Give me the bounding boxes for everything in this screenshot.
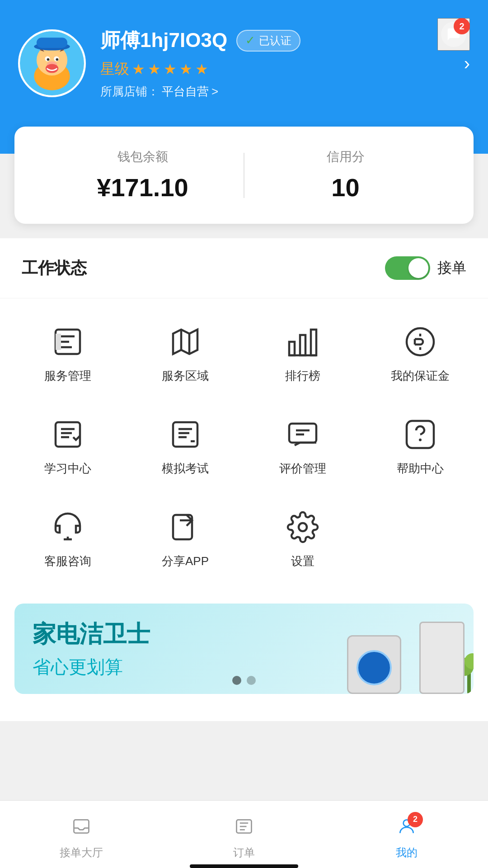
verified-check-icon: ✓ <box>245 33 255 47</box>
help-icon <box>402 416 438 453</box>
menu-label-mock-exam: 模拟考试 <box>162 461 209 476</box>
map-icon <box>167 324 203 360</box>
menu-label-share-app: 分享APP <box>162 553 209 569</box>
book-icon <box>50 324 86 360</box>
nav-label-orders: 订单 <box>233 845 255 860</box>
profile-name: 师傅1hj7IO3Q <box>100 27 227 54</box>
person-icon: 2 <box>397 816 417 841</box>
wallet-card: 钱包余额 ¥171.10 信用分 10 <box>14 127 474 224</box>
menu-item-share-app[interactable]: 分享APP <box>127 493 244 585</box>
avatar <box>18 29 86 97</box>
menu-item-customer-service[interactable]: 客服咨询 <box>9 493 127 585</box>
star-1: ★ <box>132 61 145 78</box>
chart-icon <box>285 324 321 360</box>
bottom-nav: 接单大厅 订单 2 我的 <box>0 800 488 868</box>
store-name[interactable]: 平台自营 <box>162 84 209 99</box>
work-status-toggle[interactable] <box>385 256 430 280</box>
star-4: ★ <box>179 61 192 78</box>
banner-dot-2 <box>247 676 256 685</box>
profile-row: 师傅1hj7IO3Q ✓ 已认证 星级 ★ ★ ★ ★ ★ 所属店铺： 平台自营… <box>18 27 470 99</box>
star-5: ★ <box>195 61 208 78</box>
wallet-balance-label: 钱包余额 <box>42 148 244 165</box>
work-status-label: 工作状态 <box>22 257 385 279</box>
wallet-credit-label: 信用分 <box>244 148 446 165</box>
banner-subtitle: 省心更划算 <box>33 655 150 679</box>
fridge-icon <box>419 622 465 694</box>
toggle-text: 接单 <box>437 258 466 278</box>
svg-rect-20 <box>289 424 316 443</box>
nav-item-mine[interactable]: 2 我的 <box>325 809 488 860</box>
menu-label-learning: 学习中心 <box>44 461 91 476</box>
nav-item-orders-hall[interactable]: 接单大厅 <box>0 809 163 860</box>
menu-label-ranking: 排行榜 <box>285 368 320 384</box>
star-3: ★ <box>164 61 177 78</box>
toggle-wrap: 接单 <box>385 256 466 280</box>
wallet-credit-value: 10 <box>244 173 446 202</box>
svg-rect-12 <box>289 342 295 355</box>
menu-item-help[interactable]: 帮助中心 <box>361 400 479 493</box>
menu-label-deposit: 我的保证金 <box>391 368 450 384</box>
washing-machine-icon <box>347 635 401 694</box>
wallet-balance-value: ¥171.10 <box>42 173 244 202</box>
money-icon <box>402 324 438 360</box>
banner-text-area: 家电洁卫士 省心更划算 <box>14 605 168 693</box>
toggle-knob <box>408 258 428 278</box>
wallet-credit-section[interactable]: 信用分 10 <box>244 148 446 202</box>
store-row: 所属店铺： 平台自营 > <box>100 84 450 99</box>
store-arrow-icon: > <box>211 85 218 99</box>
comment-icon <box>285 416 321 453</box>
svg-rect-14 <box>311 330 316 355</box>
home-indicator <box>190 864 298 868</box>
avatar-image <box>20 29 84 97</box>
menu-label-customer-service: 客服咨询 <box>44 553 91 569</box>
menu-item-review-mgmt[interactable]: 评价管理 <box>244 400 361 493</box>
menu-item-service-area[interactable]: 服务区域 <box>127 307 244 400</box>
menu-label-help: 帮助中心 <box>397 461 444 476</box>
inbox-icon <box>71 816 91 841</box>
menu-grid: 服务管理 服务区域 排行榜 <box>0 298 488 594</box>
svg-point-22 <box>420 439 421 441</box>
work-status-row: 工作状态 接单 <box>0 238 488 298</box>
promo-banner[interactable]: 家电洁卫士 省心更划算 <box>14 604 474 694</box>
menu-label-service-mgmt: 服务管理 <box>44 368 91 384</box>
menu-item-service-mgmt[interactable]: 服务管理 <box>9 307 127 400</box>
share-icon <box>167 509 203 545</box>
notification-badge: 2 <box>454 18 470 34</box>
svg-point-6 <box>56 58 59 61</box>
svg-rect-9 <box>37 38 67 48</box>
menu-item-ranking[interactable]: 排行榜 <box>244 307 361 400</box>
exam-icon <box>167 416 203 453</box>
svg-point-5 <box>47 58 50 61</box>
menu-item-settings[interactable]: 设置 <box>244 493 361 585</box>
profile-info: 师傅1hj7IO3Q ✓ 已认证 星级 ★ ★ ★ ★ ★ 所属店铺： 平台自营… <box>100 27 450 99</box>
star-label: 星级 <box>100 59 129 79</box>
store-prefix: 所属店铺： <box>100 84 159 99</box>
svg-rect-18 <box>173 422 197 447</box>
nav-label-orders-hall: 接单大厅 <box>60 845 103 860</box>
svg-rect-25 <box>74 820 89 833</box>
main-content: 工作状态 接单 服务管理 <box>0 238 488 721</box>
menu-label-review-mgmt: 评价管理 <box>279 461 326 476</box>
nav-label-mine: 我的 <box>396 845 418 860</box>
profile-name-row: 师傅1hj7IO3Q ✓ 已认证 <box>100 27 450 54</box>
banner-title: 家电洁卫士 <box>33 618 150 650</box>
mine-nav-badge: 2 <box>408 812 423 827</box>
banner-appliances <box>311 604 474 694</box>
learn-icon <box>50 416 86 453</box>
headset-icon <box>50 509 86 545</box>
notification-icon-wrap: 2 <box>441 22 466 47</box>
nav-item-orders[interactable]: 订单 <box>163 809 325 860</box>
svg-point-16 <box>407 328 434 355</box>
verified-label: 已认证 <box>259 33 291 48</box>
menu-item-deposit[interactable]: 我的保证金 <box>361 307 479 400</box>
profile-nav-arrow[interactable]: › <box>464 53 470 74</box>
menu-item-mock-exam[interactable]: 模拟考试 <box>127 400 244 493</box>
notification-button[interactable]: 2 <box>437 18 470 51</box>
menu-item-learning[interactable]: 学习中心 <box>9 400 127 493</box>
gear-icon <box>285 509 321 545</box>
list-icon <box>234 816 254 841</box>
wallet-balance-section[interactable]: 钱包余额 ¥171.10 <box>42 148 244 202</box>
menu-label-settings: 设置 <box>291 553 314 569</box>
banner-dots <box>232 676 256 685</box>
stars-row: 星级 ★ ★ ★ ★ ★ <box>100 59 450 79</box>
